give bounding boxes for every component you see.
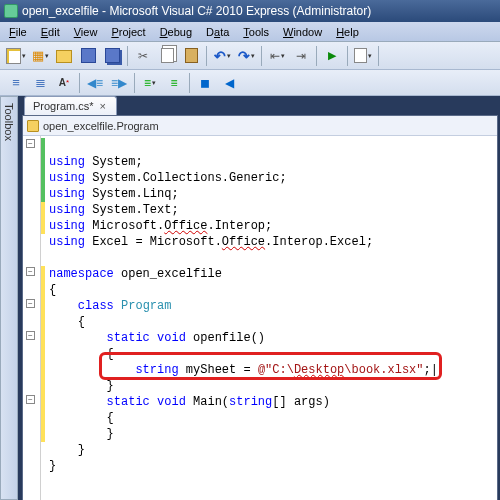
tab-label: Program.cs* (33, 100, 94, 112)
save-button[interactable] (77, 45, 99, 67)
tab-program-cs[interactable]: Program.cs* × (24, 96, 117, 115)
display-word-button[interactable]: * (53, 72, 75, 94)
editor-area: Program.cs* × open_excelfile.Program − −… (22, 96, 498, 498)
code-navigation-bar[interactable]: open_excelfile.Program (23, 116, 497, 136)
add-item-button[interactable]: ▦ (29, 45, 51, 67)
separator (127, 46, 128, 66)
bookmark-button[interactable]: ◼ (194, 72, 216, 94)
document-tabs: Program.cs* × (22, 96, 498, 115)
cut-button[interactable] (132, 45, 154, 67)
main-workspace: Toolbox Program.cs* × open_excelfile.Pro… (0, 96, 500, 500)
new-project-button[interactable] (5, 45, 27, 67)
menu-project[interactable]: Project (104, 24, 152, 40)
undo-button[interactable] (211, 45, 233, 67)
prev-bookmark-button[interactable]: ◀ (218, 72, 240, 94)
window-titlebar: open_excelfile - Microsoft Visual C# 201… (0, 0, 500, 22)
outline-collapse-icon[interactable]: − (26, 331, 35, 340)
nav-forward-button[interactable] (290, 45, 312, 67)
separator (134, 73, 135, 93)
decrease-indent-button[interactable]: ◀≡ (84, 72, 106, 94)
uncomment-button[interactable]: ≡ (163, 72, 185, 94)
menu-help[interactable]: Help (329, 24, 366, 40)
menu-window[interactable]: Window (276, 24, 329, 40)
outline-collapse-icon[interactable]: − (26, 139, 35, 148)
save-all-button[interactable] (101, 45, 123, 67)
display-object-button[interactable] (5, 72, 27, 94)
close-tab-icon[interactable]: × (98, 100, 108, 112)
outline-gutter: − − − − − (23, 136, 41, 500)
start-debug-button[interactable] (321, 45, 343, 67)
redo-button[interactable] (235, 45, 257, 67)
outline-collapse-icon[interactable]: − (26, 299, 35, 308)
separator (206, 46, 207, 66)
copy-button[interactable] (156, 45, 178, 67)
display-param-button[interactable] (29, 72, 51, 94)
menu-debug[interactable]: Debug (153, 24, 199, 40)
separator (261, 46, 262, 66)
separator (347, 46, 348, 66)
separator (189, 73, 190, 93)
find-button[interactable] (352, 45, 374, 67)
editor-frame: open_excelfile.Program − − − − − (22, 115, 498, 500)
menu-data[interactable]: Data (199, 24, 236, 40)
outline-collapse-icon[interactable]: − (26, 267, 35, 276)
app-icon (4, 4, 18, 18)
outline-collapse-icon[interactable]: − (26, 395, 35, 404)
paste-button[interactable] (180, 45, 202, 67)
nav-breadcrumb: open_excelfile.Program (43, 120, 159, 132)
menubar: File Edit View Project Debug Data Tools … (0, 22, 500, 42)
toolbox-tab[interactable]: Toolbox (0, 96, 18, 500)
increase-indent-button[interactable]: ≡▶ (108, 72, 130, 94)
separator (378, 46, 379, 66)
menu-file[interactable]: File (2, 24, 34, 40)
nav-back-button[interactable] (266, 45, 288, 67)
menu-edit[interactable]: Edit (34, 24, 67, 40)
class-icon (27, 120, 39, 132)
comment-button[interactable]: ≡ (139, 72, 161, 94)
window-title: open_excelfile - Microsoft Visual C# 201… (22, 4, 371, 18)
code-editor[interactable]: − − − − − using System; using System.Col… (23, 136, 497, 500)
open-file-button[interactable] (53, 45, 75, 67)
separator (316, 46, 317, 66)
text-editor-toolbar: * ◀≡ ≡▶ ≡ ≡ ◼ ◀ (0, 70, 500, 96)
menu-view[interactable]: View (67, 24, 105, 40)
standard-toolbar: ▦ (0, 42, 500, 70)
separator (79, 73, 80, 93)
menu-tools[interactable]: Tools (236, 24, 276, 40)
code-text[interactable]: using System; using System.Collections.G… (45, 136, 497, 500)
